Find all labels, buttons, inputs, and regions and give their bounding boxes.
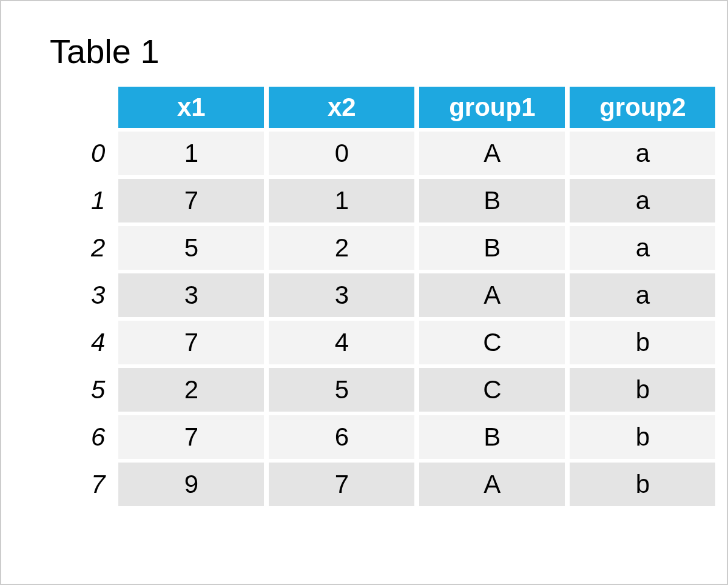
cell: 7 xyxy=(269,463,414,506)
table-row: 0 1 0 A a xyxy=(91,132,715,175)
cell: A xyxy=(419,273,565,317)
table-row: 5 2 5 C b xyxy=(91,368,715,412)
row-index: 0 xyxy=(91,132,113,175)
cell: 4 xyxy=(269,321,414,364)
col-header-x2: x2 xyxy=(269,87,414,128)
cell: a xyxy=(570,179,715,222)
col-header-group1: group1 xyxy=(419,87,565,128)
data-table: x1 x2 group1 group2 0 1 0 A a 1 7 1 xyxy=(86,83,720,510)
cell: b xyxy=(570,415,715,459)
cell: 3 xyxy=(118,273,264,317)
col-header-x1: x1 xyxy=(118,87,264,128)
row-index: 7 xyxy=(91,463,113,506)
cell: 7 xyxy=(118,179,264,222)
index-header-blank xyxy=(91,87,113,128)
cell: B xyxy=(419,415,565,459)
cell: C xyxy=(419,321,565,364)
row-index: 3 xyxy=(91,273,113,317)
cell: b xyxy=(570,321,715,364)
cell: a xyxy=(570,132,715,175)
row-index: 2 xyxy=(91,226,113,270)
cell: C xyxy=(419,368,565,412)
cell: A xyxy=(419,132,565,175)
table-container: x1 x2 group1 group2 0 1 0 A a 1 7 1 xyxy=(86,83,690,510)
cell: 9 xyxy=(118,463,264,506)
header-row: x1 x2 group1 group2 xyxy=(91,87,715,128)
cell: a xyxy=(570,273,715,317)
cell: 3 xyxy=(269,273,414,317)
cell: 5 xyxy=(118,226,264,270)
table-row: 4 7 4 C b xyxy=(91,321,715,364)
cell: 1 xyxy=(118,132,264,175)
table-row: 6 7 6 B b xyxy=(91,415,715,459)
cell: b xyxy=(570,463,715,506)
table-row: 3 3 3 A a xyxy=(91,273,715,317)
cell: 0 xyxy=(269,132,414,175)
cell: A xyxy=(419,463,565,506)
cell: 1 xyxy=(269,179,414,222)
cell: b xyxy=(570,368,715,412)
cell: 6 xyxy=(269,415,414,459)
table-row: 2 5 2 B a xyxy=(91,226,715,270)
cell: a xyxy=(570,226,715,270)
page-frame: Table 1 x1 x2 group1 group2 0 1 0 A a xyxy=(0,0,728,585)
cell: B xyxy=(419,179,565,222)
cell: 2 xyxy=(118,368,264,412)
cell: 2 xyxy=(269,226,414,270)
cell: 7 xyxy=(118,415,264,459)
cell: B xyxy=(419,226,565,270)
row-index: 5 xyxy=(91,368,113,412)
col-header-group2: group2 xyxy=(570,87,715,128)
row-index: 1 xyxy=(91,179,113,222)
row-index: 4 xyxy=(91,321,113,364)
cell: 5 xyxy=(269,368,414,412)
cell: 7 xyxy=(118,321,264,364)
table-title: Table 1 xyxy=(50,32,690,71)
row-index: 6 xyxy=(91,415,113,459)
table-row: 1 7 1 B a xyxy=(91,179,715,222)
table-row: 7 9 7 A b xyxy=(91,463,715,506)
